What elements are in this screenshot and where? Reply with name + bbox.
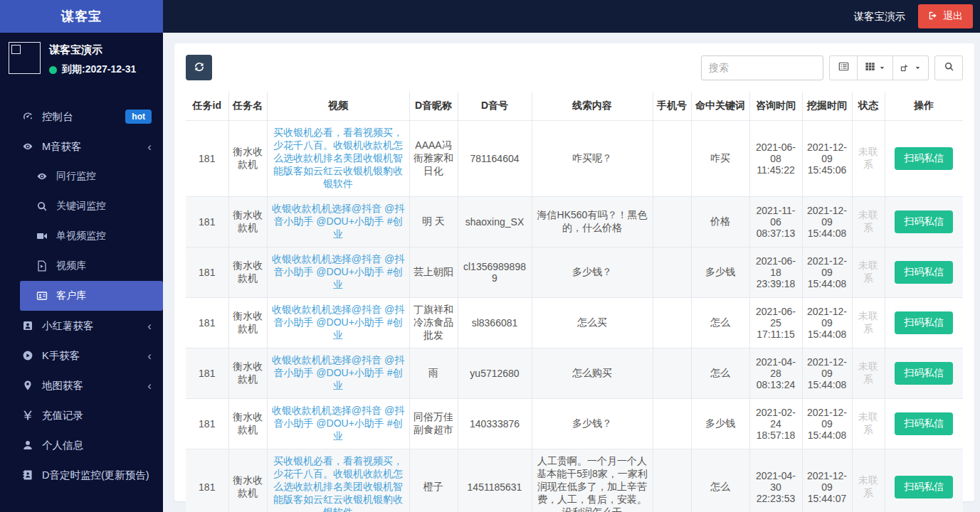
status-badge: 未联系 (858, 361, 878, 385)
toggle-view-button[interactable] (829, 55, 858, 80)
sidebar-item-console[interactable]: 控制台hot (0, 102, 163, 132)
sidebar-item-peer-monitor[interactable]: 同行监控 (0, 161, 163, 191)
cell-task_name: 衡水收款机 (228, 449, 267, 512)
caret-down-icon (879, 63, 885, 73)
sidebar-item-m-yin[interactable]: M音获客‹ (0, 132, 163, 161)
cell-keyword: 怎么 (691, 449, 749, 512)
status-badge: 未联系 (858, 310, 878, 334)
chevron-left-icon: ‹ (147, 141, 152, 153)
video-link[interactable]: 收银收款机机选择@抖音 @抖音小助手 @DOU+小助手 #创业 (272, 203, 404, 240)
sidebar-item-label: 单视频监控 (56, 230, 152, 242)
table-card: 任务id任务名视频D音昵称D音号线索内容手机号命中关键词咨询时间挖掘时间状态操作… (174, 43, 974, 501)
export-button[interactable] (893, 55, 929, 80)
scan-dm-button[interactable]: 扫码私信 (895, 412, 953, 435)
logout-button[interactable]: 退出 (918, 4, 973, 28)
col-header-dy_id: D音号 (458, 92, 532, 120)
cell-phone (653, 120, 691, 196)
col-header-status: 状态 (852, 92, 885, 120)
id-card-icon (36, 290, 48, 302)
avatar (9, 42, 41, 74)
table-toolbar (186, 55, 963, 80)
logout-icon (928, 11, 938, 23)
search-button[interactable] (934, 55, 963, 80)
sidebar-item-d-yin-timer[interactable]: D音定时监控(更新预告) (0, 460, 163, 490)
cell-nickname: AAAA冯衙雅家和日化 (409, 120, 458, 196)
cell-keyword: 咋买 (691, 120, 749, 196)
sidebar-item-personal-info[interactable]: 个人信息 (0, 430, 163, 460)
submenu-m-yin: 同行监控关键词监控单视频监控视频库客户库 (0, 161, 163, 311)
cell-dy_id: yu5712680 (458, 348, 532, 398)
video-link[interactable]: 收银收款机机选择@抖音 @抖音小助手 @DOU+小助手 #创业 (272, 354, 404, 391)
cell-mine_time: 2021-12-09 15:44:07 (802, 449, 852, 512)
sidebar-item-label: M音获客 (42, 140, 147, 154)
brand-title: 谋客宝 (0, 0, 163, 33)
cell-video: 收银收款机机选择@抖音 @抖音小助手 @DOU+小助手 #创业 (267, 398, 409, 449)
sidebar-item-customer-library[interactable]: 客户库 (20, 281, 163, 311)
sidebar-item-xiaohongshu[interactable]: 小红薯获客‹ (0, 311, 163, 341)
cell-status: 未联系 (852, 398, 885, 449)
person-square-icon (21, 320, 33, 332)
play-circle-icon (21, 350, 33, 362)
cell-keyword: 价格 (691, 196, 749, 247)
cell-mine_time: 2021-12-09 15:44:08 (802, 398, 852, 449)
cell-keyword: 怎么 (691, 297, 749, 348)
cell-status: 未联系 (852, 348, 885, 398)
video-link[interactable]: 买收银机必看，看着视频买，少花千八百。收银机收款机怎么选收款机排名美团收银机智能… (273, 127, 403, 189)
sidebar-item-label: 地图获客 (42, 379, 147, 393)
profile-name: 谋客宝演示 (49, 43, 136, 57)
video-link[interactable]: 收银收款机机选择@抖音 @抖音小助手 @DOU+小助手 #创业 (272, 304, 404, 341)
video-link[interactable]: 收银收款机机选择@抖音 @抖音小助手 @DOU+小助手 #创业 (272, 253, 404, 290)
sidebar-item-k-shou[interactable]: K手获客‹ (0, 341, 163, 370)
cell-clue: 怎么买 (532, 297, 653, 348)
scan-dm-button[interactable]: 扫码私信 (895, 311, 953, 334)
sidebar: 谋客宝 谋客宝演示 到期:2027-12-31 控制台hotM音获客‹同行监控关… (0, 0, 163, 512)
cell-mine_time: 2021-12-09 15:44:08 (802, 247, 852, 297)
profile-panel: 谋客宝演示 到期:2027-12-31 (0, 33, 163, 83)
status-badge: 未联系 (858, 474, 878, 498)
cell-phone (653, 247, 691, 297)
toolbar-button-group (829, 55, 929, 80)
scan-dm-button[interactable]: 扫码私信 (895, 210, 953, 233)
cell-mine_time: 2021-12-09 15:44:08 (802, 297, 852, 348)
table-row: 181衡水收款机收银收款机机选择@抖音 @抖音小助手 @DOU+小助手 #创业同… (186, 398, 963, 449)
cell-consult_time: 2021-06-08 11:45:22 (749, 120, 802, 196)
search-input[interactable] (701, 55, 823, 80)
scan-dm-button[interactable]: 扫码私信 (895, 362, 953, 385)
refresh-button[interactable] (186, 55, 212, 80)
columns-button[interactable] (858, 55, 893, 80)
cell-clue: 海信HK560有吗？！黑色的，什么价格 (532, 196, 653, 247)
cell-clue: 怎么购买 (532, 348, 653, 398)
sidebar-item-map[interactable]: 地图获客‹ (0, 370, 163, 400)
col-header-mine_time: 挖掘时间 (802, 92, 852, 120)
cell-video: 收银收款机机选择@抖音 @抖音小助手 @DOU+小助手 #创业 (267, 297, 409, 348)
cell-clue: 多少钱？ (532, 247, 653, 297)
col-header-consult_time: 咨询时间 (749, 92, 802, 120)
cell-clue: 咋买呢？ (532, 120, 653, 196)
table-header-row: 任务id任务名视频D音昵称D音号线索内容手机号命中关键词咨询时间挖掘时间状态操作 (186, 92, 963, 120)
cell-clue: 人工贵啊。一个月一个人基本能干5到8家，一家利润现在低多了，加上辛苦费，人工，售… (532, 449, 653, 512)
sidebar-item-label: 同行监控 (56, 170, 152, 183)
video-link[interactable]: 收银收款机机选择@抖音 @抖音小助手 @DOU+小助手 #创业 (272, 405, 404, 442)
sidebar-item-single-video-monitor[interactable]: 单视频监控 (0, 221, 163, 251)
cell-task_id: 181 (186, 348, 228, 398)
content-area: 任务id任务名视频D音昵称D音号线索内容手机号命中关键词咨询时间挖掘时间状态操作… (163, 33, 980, 512)
scan-dm-button[interactable]: 扫码私信 (895, 476, 953, 498)
cell-consult_time: 2021-04-30 22:23:53 (749, 449, 802, 512)
cell-keyword: 怎么 (691, 348, 749, 398)
sidebar-item-label: 视频库 (56, 260, 152, 272)
sidebar-item-video-library[interactable]: 视频库 (0, 251, 163, 281)
col-header-clue: 线索内容 (532, 92, 653, 120)
sidebar-item-keyword-monitor[interactable]: 关键词监控 (0, 191, 163, 221)
cell-video: 收银收款机机选择@抖音 @抖音小助手 @DOU+小助手 #创业 (267, 247, 409, 297)
video-link[interactable]: 买收银机必看，看着视频买，少花千八百。收银机收款机怎么选收款机排名美团收银机智能… (273, 455, 403, 512)
sidebar-item-recharge[interactable]: 充值记录 (0, 400, 163, 430)
dashboard-icon (21, 111, 33, 123)
scan-dm-button[interactable]: 扫码私信 (895, 261, 953, 284)
status-badge: 未联系 (858, 209, 878, 233)
chevron-left-icon: ‹ (147, 320, 152, 332)
scan-dm-button[interactable]: 扫码私信 (895, 147, 953, 170)
hot-badge: hot (125, 110, 152, 124)
cell-action: 扫码私信 (885, 449, 963, 512)
sidebar-item-label: 充值记录 (42, 409, 152, 422)
cell-status: 未联系 (852, 247, 885, 297)
